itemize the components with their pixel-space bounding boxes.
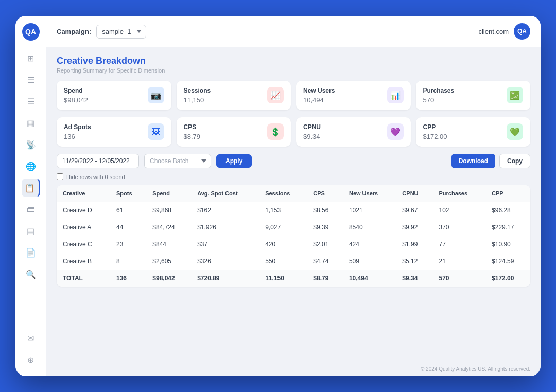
campaign-label: Campaign:	[57, 28, 91, 35]
col-cpp: CPP	[485, 185, 530, 202]
table-row: Creative A44$84,724$1,9269,027$9.398540$…	[57, 219, 530, 236]
hide-zero-checkbox[interactable]	[57, 173, 63, 180]
metric-card-new-users: New Users 10,494 📊	[296, 81, 411, 110]
sidebar-item-mail[interactable]: ✉	[22, 329, 40, 347]
metric-title-cpp: CPP	[423, 123, 447, 131]
new-users-icon: 📊	[387, 87, 404, 103]
sidebar-item-table[interactable]: ▤	[22, 222, 40, 240]
metric-card-spend: Spend $98,042 📷	[57, 81, 171, 110]
sidebar-item-doc[interactable]: 📄	[22, 243, 40, 262]
metric-title-new-users: New Users	[303, 87, 335, 94]
col-sessions: Sessions	[259, 185, 307, 202]
sidebar-item-logout[interactable]: ⊕	[22, 350, 40, 369]
client-name: client.com	[478, 28, 509, 35]
metric-card-cps: CPS $8.79 💲	[177, 117, 291, 147]
purchases-icon: 💹	[507, 87, 523, 103]
footer-text: © 2024 Quality Analytics US. All rights …	[421, 366, 530, 372]
col-purchases: Purchases	[432, 185, 485, 202]
download-button[interactable]: Download	[451, 154, 495, 168]
metric-title-cpnu: CPNU	[303, 123, 321, 131]
campaign-select[interactable]: sample_1	[96, 25, 146, 39]
data-table: Creative Spots Spend Avg. Spot Cost Sess…	[57, 185, 530, 287]
col-spots: Spots	[110, 185, 146, 202]
metric-title-purchases: Purchases	[423, 87, 455, 94]
copy-button[interactable]: Copy	[499, 154, 530, 168]
batch-select[interactable]: Choose Batch	[144, 154, 211, 168]
sidebar-item-grid[interactable]: ▦	[22, 114, 40, 132]
filters-row: Choose Batch Apply Download Copy	[57, 154, 530, 168]
date-range-input[interactable]	[57, 154, 139, 168]
table-row: Creative D61$9,868$1621,153$8.561021$9.6…	[57, 202, 530, 219]
cps-icon: 💲	[267, 123, 284, 140]
table-row: Creative B8$2,605$326550$4.74509$5.1221$…	[57, 253, 530, 270]
metric-value-spend: $98,042	[64, 96, 88, 104]
metric-value-ad-spots: 136	[64, 133, 91, 140]
sidebar-logo[interactable]: QA	[22, 23, 40, 41]
sidebar-item-signal[interactable]: 📡	[22, 135, 40, 154]
metric-cards-row1: Spend $98,042 📷 Sessions 11,150 📈 New Us…	[57, 81, 530, 110]
filters-right: Download Copy	[451, 154, 530, 168]
metric-title-cps: CPS	[184, 123, 201, 131]
user-avatar[interactable]: QA	[514, 23, 530, 40]
sidebar-item-storage[interactable]: 🗃	[22, 200, 40, 219]
table-header-row: Creative Spots Spend Avg. Spot Cost Sess…	[57, 185, 530, 202]
footer: © 2024 Quality Analytics US. All rights …	[46, 362, 541, 376]
sidebar-bottom: ✉ ⊕	[22, 329, 40, 369]
metric-title-ad-spots: Ad Spots	[64, 123, 91, 131]
sidebar-item-dashboard[interactable]: ⊞	[22, 49, 40, 67]
sidebar-item-search[interactable]: 🔍	[22, 265, 40, 283]
metric-card-sessions: Sessions 11,150 📈	[177, 81, 291, 110]
page-body: Creative Breakdown Reporting Summary for…	[46, 47, 541, 362]
table-row: Creative C23$844$37420$2.01424$1.9977$10…	[57, 236, 530, 253]
col-cpnu: CPNU	[396, 185, 432, 202]
col-creative: Creative	[57, 185, 110, 202]
hide-zero-label: Hide rows with 0 spend	[66, 174, 125, 180]
metric-card-ad-spots: Ad Spots 136 🖼	[57, 117, 171, 147]
table-total-row: TOTAL136$98,042$720.8911,150$8.7910,494$…	[57, 270, 530, 287]
cpp-icon: 💚	[507, 123, 523, 140]
sessions-icon: 📈	[267, 87, 284, 103]
metric-card-cpnu: CPNU $9.34 💜	[296, 117, 411, 147]
sidebar-item-list2[interactable]: ☰	[22, 92, 40, 111]
metric-card-purchases: Purchases 570 💹	[416, 81, 531, 110]
data-table-wrap: Creative Spots Spend Avg. Spot Cost Sess…	[57, 185, 530, 287]
metric-card-cpp: CPP $172.00 💚	[416, 117, 531, 147]
main-content: Campaign: sample_1 client.com QA Creativ…	[46, 16, 541, 376]
metric-title-spend: Spend	[64, 87, 88, 94]
metric-value-new-users: 10,494	[303, 96, 335, 104]
sidebar-item-list1[interactable]: ☰	[22, 70, 40, 89]
sidebar-item-globe[interactable]: 🌐	[22, 157, 40, 175]
metric-value-cpnu: $9.34	[303, 133, 321, 140]
cpnu-icon: 💜	[387, 123, 404, 140]
metric-value-sessions: 11,150	[184, 96, 211, 104]
header: Campaign: sample_1 client.com QA	[46, 16, 541, 47]
metric-value-cps: $8.79	[184, 133, 201, 140]
metric-title-sessions: Sessions	[184, 87, 211, 94]
hide-zero-row: Hide rows with 0 spend	[57, 173, 530, 180]
apply-button[interactable]: Apply	[216, 154, 252, 168]
col-new-users: New Users	[343, 185, 396, 202]
ad-spots-icon: 🖼	[148, 123, 164, 140]
page-subtitle: Reporting Summary for Specific Dimension	[57, 67, 530, 74]
header-left: Campaign: sample_1	[57, 25, 146, 39]
col-cps: CPS	[307, 185, 343, 202]
header-right: client.com QA	[478, 23, 530, 40]
col-avg-spot-cost: Avg. Spot Cost	[191, 185, 259, 202]
page-title: Creative Breakdown	[57, 56, 530, 66]
metric-value-purchases: 570	[423, 96, 455, 104]
metric-cards-row2: Ad Spots 136 🖼 CPS $8.79 💲 CPNU $9.34	[57, 117, 530, 147]
metric-value-cpp: $172.00	[423, 133, 447, 140]
sidebar-item-report[interactable]: 📋	[22, 179, 40, 197]
spend-icon: 📷	[148, 87, 164, 103]
col-spend: Spend	[146, 185, 191, 202]
table-body: Creative D61$9,868$1621,153$8.561021$9.6…	[57, 202, 530, 287]
sidebar: QA ⊞ ☰ ☰ ▦ 📡 🌐 📋 🗃 ▤ 📄 🔍 ✉ ⊕	[15, 16, 46, 376]
